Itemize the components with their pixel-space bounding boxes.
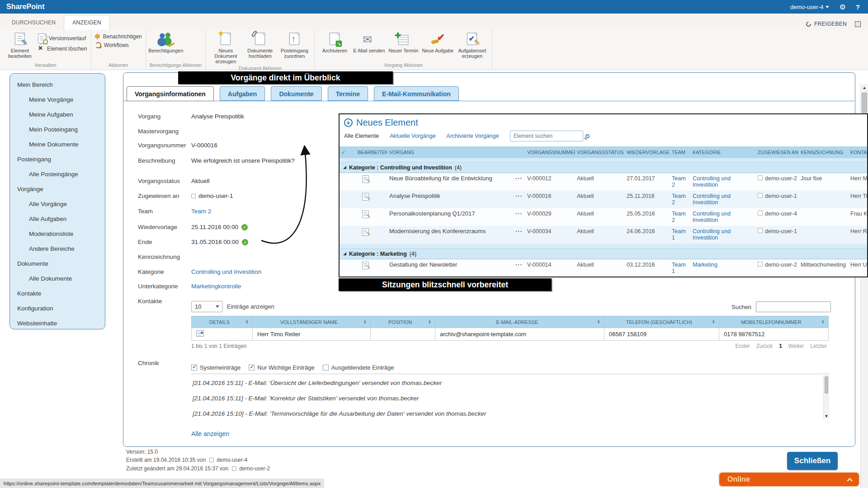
ribbon-button-neues-dokument-erzeugen[interactable]: Neues Dokument erzeugen <box>209 32 242 64</box>
contact-details-icon[interactable] <box>196 330 204 337</box>
row-menu-icon[interactable]: ··· <box>515 175 523 190</box>
sidebar-item-posteingang[interactable]: Posteingang <box>10 152 105 167</box>
ribbon-tab-durchsuchen[interactable]: DURCHSUCHEN <box>4 15 64 30</box>
sidebar-item-vorgänge[interactable]: Vorgänge <box>10 182 105 197</box>
show-all-link[interactable]: Alle anzeigen <box>191 429 229 438</box>
contacts-column-position[interactable]: POSITION▲▼ <box>371 316 435 328</box>
sidebar-item-websiteinhalte[interactable]: Websiteinhalte <box>10 316 105 331</box>
sort-icon[interactable]: ▲▼ <box>428 320 431 324</box>
team-link[interactable]: Team 2 <box>672 193 686 206</box>
row-select-cell[interactable] <box>340 191 356 208</box>
row-select-cell[interactable] <box>340 208 356 226</box>
ribbon-button-e-mail-senden[interactable]: E-Mail senden <box>353 32 385 53</box>
scroll-up-icon[interactable]: ▲ <box>861 85 868 90</box>
ribbon-button-berechtigungen[interactable]: Berechtigungen <box>150 32 182 53</box>
scroll-down-icon[interactable]: ▼ <box>824 414 829 418</box>
vorgang-cell[interactable]: Gestaltung der Newsletter··· <box>387 259 525 277</box>
sort-icon[interactable]: ▲▼ <box>712 320 715 324</box>
new-element-button[interactable]: + Neues Element <box>344 117 418 128</box>
help-icon[interactable]: ? <box>856 3 860 11</box>
contacts-column-mobiltelefonnummer[interactable]: MOBILTELEFONNUMMER▲▼ <box>719 316 829 328</box>
edit-cell[interactable] <box>356 259 387 277</box>
sidebar-item-alle-vorgänge[interactable]: Alle Vorgänge <box>10 197 105 211</box>
column-header-wiedervorlage[interactable]: WIEDERVORLAGE <box>625 146 670 158</box>
ribbon-button-element-bearbeiten[interactable]: Element bearbeiten <box>4 32 36 59</box>
edit-item-icon[interactable] <box>362 211 369 218</box>
contacts-column-telefon-geschäftlich[interactable]: TELEFON (GESCHÄFTLICH)▲▼ <box>604 316 719 328</box>
field-link[interactable]: Marketingkontrolle <box>191 282 241 291</box>
ribbon-tab-anzeigen[interactable]: ANZEIGEN <box>64 15 110 30</box>
column-header-team[interactable]: TEAM <box>670 146 691 158</box>
group-header-kategorie-controlling-und-investition[interactable]: Kategorie : Controlling und Investition … <box>340 162 868 173</box>
contacts-search-input[interactable] <box>756 301 831 312</box>
sort-icon[interactable]: ▲▼ <box>821 320 825 324</box>
vorgang-cell[interactable]: Neue Büroabteilung für die Entwicklung··… <box>387 173 525 191</box>
tab-aufgaben[interactable]: Aufgaben <box>220 86 265 101</box>
tab-dokumente[interactable]: Dokumente <box>271 86 321 101</box>
sidebar-item-alle-posteingänge[interactable]: Alle Posteingänge <box>10 167 105 182</box>
sidebar-item-andere-bereiche[interactable]: Andere Bereiche <box>10 241 105 256</box>
contact-row[interactable]: Herr Timo Reiterarchiv@sharepoint-templa… <box>192 328 829 341</box>
tab-vorgangsinformationen[interactable]: Vorgangsinformationen <box>127 86 214 101</box>
kategorie-link[interactable]: Marketing <box>693 262 717 268</box>
ribbon-button-benachrichtigen[interactable]: Benachrichtigen <box>95 33 142 40</box>
sidebar-item-kontakte[interactable]: Kontakte <box>10 286 105 301</box>
checkbox-icon[interactable] <box>191 365 197 371</box>
edit-item-icon[interactable] <box>362 262 369 269</box>
ribbon-button-element-löschen[interactable]: Element löschen <box>38 46 87 52</box>
group-header-kategorie-marketing[interactable]: Kategorie : Marketing (4) <box>340 248 868 259</box>
edit-item-icon[interactable] <box>362 175 369 183</box>
edit-item-icon[interactable] <box>362 193 369 201</box>
user-menu[interactable]: demo-user-4 <box>790 4 830 10</box>
column-header-vorgangsnummer[interactable]: VORGANGSNUMMER <box>525 146 575 158</box>
search-icon[interactable] <box>585 134 590 138</box>
vorgang-cell[interactable]: Analyse Preispolitik··· <box>387 191 525 208</box>
view-alle-elemente[interactable]: Alle Elemente <box>344 133 379 139</box>
checkbox-icon[interactable] <box>249 365 255 371</box>
sort-icon[interactable]: ▲▼ <box>245 320 249 324</box>
edit-cell[interactable] <box>356 208 387 226</box>
team-link[interactable]: Team 2 <box>672 211 686 223</box>
details-cell[interactable] <box>192 328 253 341</box>
sidebar-item-mein-posteingang[interactable]: Mein Posteingang <box>10 122 105 137</box>
ribbon-button-archivieren[interactable]: Archivieren <box>318 32 351 53</box>
column-header-kennzeichnung[interactable]: KENNZEICHNUNG <box>799 146 849 158</box>
page-prev[interactable]: Zurück <box>756 343 773 349</box>
vorgang-row[interactable]: Analyse Preispolitik···V-000016Aktuell25… <box>340 191 868 208</box>
ribbon-button-dokumente-hochladen[interactable]: Dokumente hochladen <box>244 32 276 59</box>
edit-cell[interactable] <box>356 173 387 191</box>
kategorie-link[interactable]: Controlling und Investition <box>693 193 731 206</box>
gear-icon[interactable]: ⚙ <box>839 3 845 11</box>
team-link[interactable]: Team 1 <box>672 228 686 241</box>
element-search-input[interactable] <box>510 133 585 139</box>
edit-cell[interactable] <box>356 226 387 244</box>
focus-mode-icon[interactable] <box>855 21 861 27</box>
contacts-column-e-mail-adresse[interactable]: E-MAIL-ADRESSE▲▼ <box>435 316 604 328</box>
sidebar-item-meine-aufgaben[interactable]: Meine Aufgaben <box>10 107 105 122</box>
row-select-cell[interactable] <box>340 259 356 277</box>
vorgang-row[interactable]: Neue Büroabteilung für die Entwicklung··… <box>340 173 868 191</box>
contacts-column-details[interactable]: DETAILS▲▼ <box>192 316 253 328</box>
chevron-up-icon[interactable] <box>847 478 853 483</box>
row-menu-icon[interactable]: ··· <box>515 262 523 276</box>
row-select-cell[interactable] <box>340 226 356 244</box>
ribbon-button-posteingang-zuordnen[interactable]: Posteingang zuordnen <box>278 32 311 59</box>
field-link[interactable]: Team 2 <box>191 207 211 216</box>
column-header-kategorie[interactable]: KATEGORIE <box>691 146 756 158</box>
row-menu-icon[interactable]: ··· <box>515 193 523 207</box>
online-badge[interactable]: Online <box>718 472 860 487</box>
sidebar-item-dokumente[interactable]: Dokumente <box>10 256 105 271</box>
team-link[interactable]: Team 1 <box>672 262 686 274</box>
page-next[interactable]: Weiter <box>788 343 804 349</box>
sidebar-item-mein-bereich[interactable]: Mein Bereich <box>10 77 105 92</box>
filter-systemeinträge[interactable]: Systemeinträge <box>191 364 241 371</box>
sort-icon[interactable]: ▲▼ <box>363 320 367 324</box>
vorgang-row[interactable]: Modernisierung des Konferenzraums···V-00… <box>340 226 868 244</box>
row-select-cell[interactable] <box>340 173 356 191</box>
view-archivierte-vorgänge[interactable]: Archivierte Vorgänge <box>447 133 499 139</box>
edit-cell[interactable] <box>356 191 387 208</box>
checkbox-icon[interactable] <box>323 365 329 371</box>
row-menu-icon[interactable]: ··· <box>515 211 523 225</box>
column-header-bearbeiten[interactable]: BEARBEITEN <box>356 146 387 158</box>
contacts-column-vollständiger-name[interactable]: VOLLSTÄNDIGER NAME▲▼ <box>253 316 371 328</box>
